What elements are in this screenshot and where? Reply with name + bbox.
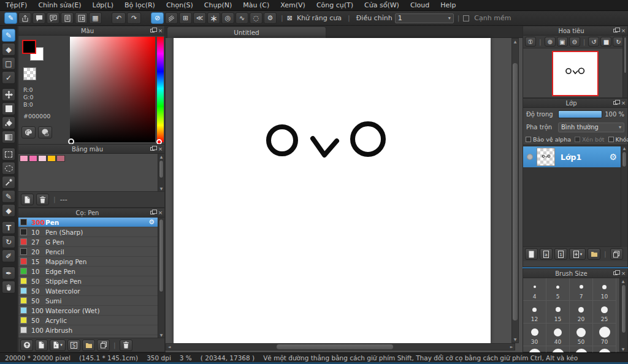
- brush-row[interactable]: 27 G Pen: [18, 237, 164, 247]
- close-icon[interactable]: ×: [619, 28, 627, 34]
- brush-row[interactable]: 20 Pencil: [18, 247, 164, 257]
- brush-size-option[interactable]: 15: [546, 301, 570, 324]
- lock-checkbox[interactable]: Khóa: [608, 136, 628, 143]
- layer-row[interactable]: Lớp1 ⚙: [523, 146, 621, 167]
- snap-off-button[interactable]: ⊘: [151, 12, 164, 24]
- layer-new-button[interactable]: [525, 248, 538, 260]
- menu-view[interactable]: Xem(V): [275, 0, 311, 11]
- frame-tool[interactable]: □: [2, 57, 15, 70]
- scroll-down-icon[interactable]: ▼: [620, 346, 626, 352]
- gradient-tool[interactable]: [2, 131, 15, 143]
- brush-row[interactable]: 10 Edge Pen: [18, 267, 164, 276]
- eraser-tool[interactable]: ◆: [2, 43, 15, 56]
- brush-size-option[interactable]: 40: [546, 324, 570, 346]
- export-button[interactable]: [18, 12, 31, 24]
- canvas-horizontal-scrollbar[interactable]: ◄ ►: [166, 343, 515, 351]
- zoom-100-button[interactable]: ①: [525, 37, 536, 47]
- eyedropper-tool[interactable]: ✐: [2, 249, 15, 262]
- brush-row[interactable]: 300 Pen ⚙: [18, 218, 164, 227]
- transform-tool[interactable]: ↻: [2, 235, 15, 248]
- undo-button[interactable]: ↶: [112, 12, 126, 24]
- snap-grid-button[interactable]: ⊞: [179, 12, 192, 24]
- select-eraser-tool[interactable]: ◆: [2, 204, 15, 217]
- scroll-down-icon[interactable]: ▼: [158, 186, 164, 191]
- brush-size-option[interactable]: 20: [570, 301, 593, 324]
- clipping-checkbox[interactable]: Xén bớt: [575, 136, 605, 143]
- pattern-button[interactable]: ▦: [89, 12, 102, 24]
- scroll-up-icon[interactable]: ▲: [512, 39, 518, 45]
- document-button[interactable]: [61, 12, 74, 24]
- layer-new-1bit-button[interactable]: 1: [554, 248, 567, 260]
- brush-row[interactable]: 50 Stipple Pen: [18, 276, 164, 286]
- brush-new-button[interactable]: [35, 339, 48, 351]
- brush-size-option[interactable]: 4: [523, 278, 546, 301]
- popout-icon[interactable]: [148, 146, 156, 152]
- menu-snap[interactable]: Chụp(N): [199, 0, 237, 11]
- menu-tools[interactable]: Công cụ(T): [311, 0, 359, 11]
- menu-edit[interactable]: Chỉnh sửa(E): [33, 0, 86, 11]
- saturation-value-picker[interactable]: [70, 37, 155, 142]
- popout-icon[interactable]: [148, 210, 156, 216]
- zoom-out-button[interactable]: ⊖: [569, 37, 580, 47]
- brush-size-option[interactable]: 70: [593, 324, 616, 346]
- visibility-icon[interactable]: [527, 154, 533, 160]
- palette-swatch[interactable]: [29, 155, 37, 162]
- soft-edge-checkbox[interactable]: [463, 15, 469, 21]
- snap-ellipse-button[interactable]: ◌: [250, 12, 262, 24]
- brush-row[interactable]: 100 Watercolor (Wet): [18, 306, 164, 316]
- brush-cloud-button[interactable]: [20, 339, 33, 351]
- brush-size-option[interactable]: 25: [593, 301, 616, 324]
- brush-tool[interactable]: ✎: [2, 29, 15, 42]
- brush-row[interactable]: 50 Watercolor: [18, 286, 164, 296]
- scroll-up-icon[interactable]: ▲: [620, 278, 626, 284]
- close-icon[interactable]: ×: [619, 100, 627, 106]
- brush-script-button[interactable]: S: [67, 339, 80, 351]
- soft-edge-label[interactable]: Cạnh mềm: [474, 14, 511, 22]
- brush-delete-button[interactable]: [120, 339, 132, 351]
- comment-button[interactable]: [33, 12, 45, 24]
- brush-row[interactable]: 15 Mapping Pen: [18, 257, 164, 267]
- brush-size-option[interactable]: 12: [523, 301, 546, 324]
- palette-swatch[interactable]: [38, 155, 47, 162]
- palette-swatch[interactable]: [20, 155, 28, 162]
- blend-select[interactable]: Bình thường ▾: [558, 123, 624, 132]
- snap-radial-button[interactable]: ∗: [207, 12, 220, 24]
- document-tab[interactable]: Untitled: [167, 26, 326, 38]
- close-icon[interactable]: ×: [156, 146, 164, 152]
- palette-new-button[interactable]: [21, 194, 34, 205]
- comment-list-button[interactable]: [47, 12, 59, 24]
- menu-file[interactable]: Tệp(F): [0, 0, 33, 11]
- hand-tool[interactable]: [2, 281, 15, 294]
- brush-size-scrollbar[interactable]: ▲ ▼: [619, 278, 627, 352]
- select-pen-tool[interactable]: ✎: [2, 190, 15, 203]
- palette-window-button[interactable]: [21, 126, 36, 138]
- navigator-thumbnail[interactable]: [552, 51, 599, 96]
- text-tool[interactable]: T: [2, 221, 15, 234]
- pen-tool[interactable]: ✒: [2, 267, 15, 279]
- close-icon[interactable]: ×: [156, 28, 164, 34]
- brush-folder-button[interactable]: [82, 339, 95, 351]
- menu-color[interactable]: Màu (C): [237, 0, 275, 11]
- select-rect-tool[interactable]: [2, 148, 15, 161]
- brush-duplicate-button[interactable]: [97, 339, 110, 351]
- report-button[interactable]: [75, 12, 88, 24]
- palette-add-button[interactable]: [38, 126, 52, 138]
- popout-icon[interactable]: [611, 100, 619, 106]
- scroll-up-icon[interactable]: ▲: [158, 154, 164, 159]
- snap-settings-button[interactable]: ⚙: [264, 12, 277, 24]
- brush-settings-icon[interactable]: ⚙: [148, 218, 155, 226]
- bucket-tool[interactable]: [2, 116, 15, 129]
- layer-folder-button[interactable]: [588, 248, 600, 260]
- foreground-color-swatch[interactable]: [22, 40, 36, 54]
- snap-parallel-button[interactable]: [165, 12, 178, 24]
- protect-alpha-checkbox[interactable]: Bảo vệ alpha: [526, 136, 571, 143]
- palette-swatch[interactable]: [56, 155, 65, 162]
- brush-size-option[interactable]: 30: [523, 324, 546, 346]
- brush-new-from-image-button[interactable]: ▾: [50, 339, 66, 351]
- hue-slider[interactable]: [157, 37, 164, 142]
- control-point-tool[interactable]: ✓: [2, 71, 15, 84]
- scroll-left-icon[interactable]: ◄: [166, 344, 172, 350]
- palette-scrollbar[interactable]: ▲ ▼: [158, 154, 164, 191]
- transparent-color-swatch[interactable]: [23, 67, 36, 80]
- layer-scrollbar[interactable]: ▲: [621, 145, 627, 247]
